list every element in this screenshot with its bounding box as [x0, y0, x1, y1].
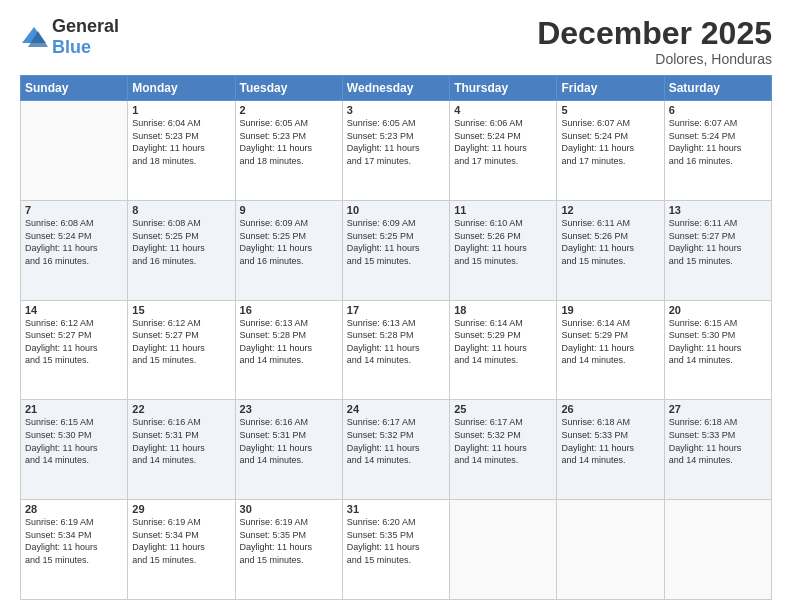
calendar-cell: 23Sunrise: 6:16 AM Sunset: 5:31 PM Dayli… — [235, 400, 342, 500]
day-number: 20 — [669, 304, 767, 316]
day-number: 16 — [240, 304, 338, 316]
calendar-cell: 20Sunrise: 6:15 AM Sunset: 5:30 PM Dayli… — [664, 300, 771, 400]
calendar-cell: 17Sunrise: 6:13 AM Sunset: 5:28 PM Dayli… — [342, 300, 449, 400]
calendar-week-row: 1Sunrise: 6:04 AM Sunset: 5:23 PM Daylig… — [21, 101, 772, 201]
day-number: 30 — [240, 503, 338, 515]
day-info: Sunrise: 6:07 AM Sunset: 5:24 PM Dayligh… — [561, 117, 659, 167]
day-number: 5 — [561, 104, 659, 116]
logo-blue: Blue — [52, 37, 91, 57]
day-info: Sunrise: 6:07 AM Sunset: 5:24 PM Dayligh… — [669, 117, 767, 167]
day-number: 11 — [454, 204, 552, 216]
calendar-cell: 13Sunrise: 6:11 AM Sunset: 5:27 PM Dayli… — [664, 200, 771, 300]
day-number: 25 — [454, 403, 552, 415]
day-number: 31 — [347, 503, 445, 515]
col-friday: Friday — [557, 76, 664, 101]
day-info: Sunrise: 6:06 AM Sunset: 5:24 PM Dayligh… — [454, 117, 552, 167]
day-number: 2 — [240, 104, 338, 116]
day-info: Sunrise: 6:08 AM Sunset: 5:25 PM Dayligh… — [132, 217, 230, 267]
calendar-cell: 24Sunrise: 6:17 AM Sunset: 5:32 PM Dayli… — [342, 400, 449, 500]
calendar-cell: 29Sunrise: 6:19 AM Sunset: 5:34 PM Dayli… — [128, 500, 235, 600]
col-saturday: Saturday — [664, 76, 771, 101]
calendar-cell: 15Sunrise: 6:12 AM Sunset: 5:27 PM Dayli… — [128, 300, 235, 400]
day-info: Sunrise: 6:11 AM Sunset: 5:27 PM Dayligh… — [669, 217, 767, 267]
calendar-cell: 25Sunrise: 6:17 AM Sunset: 5:32 PM Dayli… — [450, 400, 557, 500]
day-number: 4 — [454, 104, 552, 116]
title-block: December 2025 Dolores, Honduras — [537, 16, 772, 67]
calendar-cell — [557, 500, 664, 600]
calendar-cell: 3Sunrise: 6:05 AM Sunset: 5:23 PM Daylig… — [342, 101, 449, 201]
calendar-cell: 11Sunrise: 6:10 AM Sunset: 5:26 PM Dayli… — [450, 200, 557, 300]
day-info: Sunrise: 6:09 AM Sunset: 5:25 PM Dayligh… — [240, 217, 338, 267]
logo-icon — [20, 25, 48, 49]
logo-text: General Blue — [52, 16, 119, 58]
calendar-cell: 2Sunrise: 6:05 AM Sunset: 5:23 PM Daylig… — [235, 101, 342, 201]
day-info: Sunrise: 6:16 AM Sunset: 5:31 PM Dayligh… — [132, 416, 230, 466]
day-info: Sunrise: 6:13 AM Sunset: 5:28 PM Dayligh… — [347, 317, 445, 367]
day-number: 17 — [347, 304, 445, 316]
day-number: 29 — [132, 503, 230, 515]
day-number: 13 — [669, 204, 767, 216]
calendar-cell: 8Sunrise: 6:08 AM Sunset: 5:25 PM Daylig… — [128, 200, 235, 300]
day-info: Sunrise: 6:18 AM Sunset: 5:33 PM Dayligh… — [561, 416, 659, 466]
day-number: 23 — [240, 403, 338, 415]
calendar-header-row: Sunday Monday Tuesday Wednesday Thursday… — [21, 76, 772, 101]
day-number: 21 — [25, 403, 123, 415]
day-number: 22 — [132, 403, 230, 415]
day-info: Sunrise: 6:19 AM Sunset: 5:35 PM Dayligh… — [240, 516, 338, 566]
day-info: Sunrise: 6:15 AM Sunset: 5:30 PM Dayligh… — [669, 317, 767, 367]
day-info: Sunrise: 6:18 AM Sunset: 5:33 PM Dayligh… — [669, 416, 767, 466]
day-number: 18 — [454, 304, 552, 316]
month-title: December 2025 — [537, 16, 772, 51]
calendar-cell: 4Sunrise: 6:06 AM Sunset: 5:24 PM Daylig… — [450, 101, 557, 201]
day-number: 1 — [132, 104, 230, 116]
calendar-cell: 21Sunrise: 6:15 AM Sunset: 5:30 PM Dayli… — [21, 400, 128, 500]
calendar-cell: 14Sunrise: 6:12 AM Sunset: 5:27 PM Dayli… — [21, 300, 128, 400]
day-number: 6 — [669, 104, 767, 116]
location-subtitle: Dolores, Honduras — [537, 51, 772, 67]
calendar-cell — [450, 500, 557, 600]
calendar-week-row: 7Sunrise: 6:08 AM Sunset: 5:24 PM Daylig… — [21, 200, 772, 300]
calendar-cell: 1Sunrise: 6:04 AM Sunset: 5:23 PM Daylig… — [128, 101, 235, 201]
calendar-cell: 6Sunrise: 6:07 AM Sunset: 5:24 PM Daylig… — [664, 101, 771, 201]
calendar-week-row: 21Sunrise: 6:15 AM Sunset: 5:30 PM Dayli… — [21, 400, 772, 500]
logo: General Blue — [20, 16, 119, 58]
day-number: 10 — [347, 204, 445, 216]
calendar-cell: 5Sunrise: 6:07 AM Sunset: 5:24 PM Daylig… — [557, 101, 664, 201]
header: General Blue December 2025 Dolores, Hond… — [20, 16, 772, 67]
col-thursday: Thursday — [450, 76, 557, 101]
day-info: Sunrise: 6:05 AM Sunset: 5:23 PM Dayligh… — [347, 117, 445, 167]
day-info: Sunrise: 6:19 AM Sunset: 5:34 PM Dayligh… — [25, 516, 123, 566]
day-info: Sunrise: 6:12 AM Sunset: 5:27 PM Dayligh… — [25, 317, 123, 367]
calendar-cell: 10Sunrise: 6:09 AM Sunset: 5:25 PM Dayli… — [342, 200, 449, 300]
day-info: Sunrise: 6:14 AM Sunset: 5:29 PM Dayligh… — [454, 317, 552, 367]
day-info: Sunrise: 6:11 AM Sunset: 5:26 PM Dayligh… — [561, 217, 659, 267]
col-tuesday: Tuesday — [235, 76, 342, 101]
calendar-cell: 16Sunrise: 6:13 AM Sunset: 5:28 PM Dayli… — [235, 300, 342, 400]
col-wednesday: Wednesday — [342, 76, 449, 101]
calendar-cell: 27Sunrise: 6:18 AM Sunset: 5:33 PM Dayli… — [664, 400, 771, 500]
day-info: Sunrise: 6:08 AM Sunset: 5:24 PM Dayligh… — [25, 217, 123, 267]
day-info: Sunrise: 6:19 AM Sunset: 5:34 PM Dayligh… — [132, 516, 230, 566]
day-info: Sunrise: 6:05 AM Sunset: 5:23 PM Dayligh… — [240, 117, 338, 167]
day-number: 24 — [347, 403, 445, 415]
day-number: 27 — [669, 403, 767, 415]
day-info: Sunrise: 6:13 AM Sunset: 5:28 PM Dayligh… — [240, 317, 338, 367]
calendar-cell: 7Sunrise: 6:08 AM Sunset: 5:24 PM Daylig… — [21, 200, 128, 300]
calendar-cell: 30Sunrise: 6:19 AM Sunset: 5:35 PM Dayli… — [235, 500, 342, 600]
calendar-cell: 12Sunrise: 6:11 AM Sunset: 5:26 PM Dayli… — [557, 200, 664, 300]
calendar-cell: 19Sunrise: 6:14 AM Sunset: 5:29 PM Dayli… — [557, 300, 664, 400]
calendar-cell: 31Sunrise: 6:20 AM Sunset: 5:35 PM Dayli… — [342, 500, 449, 600]
calendar-cell: 9Sunrise: 6:09 AM Sunset: 5:25 PM Daylig… — [235, 200, 342, 300]
day-info: Sunrise: 6:16 AM Sunset: 5:31 PM Dayligh… — [240, 416, 338, 466]
day-number: 19 — [561, 304, 659, 316]
day-info: Sunrise: 6:04 AM Sunset: 5:23 PM Dayligh… — [132, 117, 230, 167]
day-number: 8 — [132, 204, 230, 216]
calendar-week-row: 14Sunrise: 6:12 AM Sunset: 5:27 PM Dayli… — [21, 300, 772, 400]
day-info: Sunrise: 6:15 AM Sunset: 5:30 PM Dayligh… — [25, 416, 123, 466]
day-info: Sunrise: 6:12 AM Sunset: 5:27 PM Dayligh… — [132, 317, 230, 367]
calendar-cell: 22Sunrise: 6:16 AM Sunset: 5:31 PM Dayli… — [128, 400, 235, 500]
day-info: Sunrise: 6:10 AM Sunset: 5:26 PM Dayligh… — [454, 217, 552, 267]
logo-general: General — [52, 16, 119, 36]
col-monday: Monday — [128, 76, 235, 101]
day-number: 28 — [25, 503, 123, 515]
